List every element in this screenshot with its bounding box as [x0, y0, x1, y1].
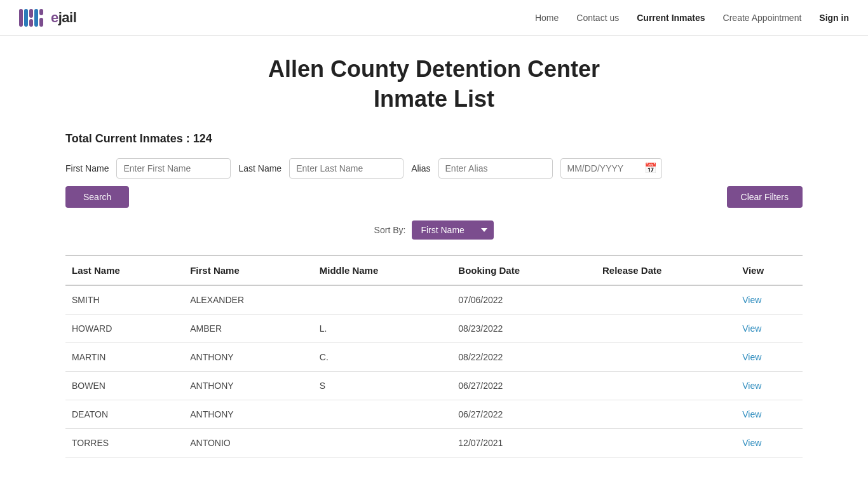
cell-middle-name: L.: [313, 314, 452, 342]
cell-last-name: HOWARD: [65, 314, 184, 342]
page-title: Allen County Detention Center Inmate Lis…: [65, 55, 803, 114]
cell-booking-date: 08/22/2022: [452, 342, 596, 371]
table-row: DEATON ANTHONY 06/27/2022 View: [65, 400, 803, 428]
cell-first-name: ANTHONY: [184, 342, 313, 371]
view-link[interactable]: View: [742, 381, 761, 391]
cell-last-name: SMITH: [65, 285, 184, 315]
cell-middle-name: C.: [313, 342, 452, 371]
svg-rect-6: [39, 18, 43, 27]
sort-by-label: Sort By:: [374, 225, 406, 235]
inmate-table: Last Name First Name Middle Name Booking…: [65, 255, 803, 458]
cell-view[interactable]: View: [736, 371, 803, 400]
button-row: Search Clear Filters: [65, 186, 803, 208]
date-input-wrap: 📅: [560, 158, 662, 179]
cell-last-name: TORRES: [65, 428, 184, 457]
col-last-name: Last Name: [65, 255, 184, 285]
cell-booking-date: 07/06/2022: [452, 285, 596, 315]
cell-view[interactable]: View: [736, 342, 803, 371]
cell-booking-date: 06/27/2022: [452, 400, 596, 428]
cell-release-date: [596, 285, 736, 315]
col-view: View: [736, 255, 803, 285]
svg-rect-0: [19, 9, 23, 27]
alias-label: Alias: [411, 163, 430, 173]
cell-booking-date: 08/23/2022: [452, 314, 596, 342]
col-middle-name: Middle Name: [313, 255, 452, 285]
cell-view[interactable]: View: [736, 400, 803, 428]
total-count: Total Current Inmates : 124: [65, 132, 803, 146]
cell-booking-date: 06/27/2022: [452, 371, 596, 400]
svg-rect-1: [24, 9, 28, 27]
view-link[interactable]: View: [742, 295, 761, 305]
last-name-label: Last Name: [238, 163, 281, 173]
table-row: TORRES ANTONIO 12/07/2021 View: [65, 428, 803, 457]
cell-booking-date: 12/07/2021: [452, 428, 596, 457]
nav-current-inmates[interactable]: Current Inmates: [637, 13, 705, 23]
cell-view[interactable]: View: [736, 428, 803, 457]
filter-row: First Name Last Name Alias 📅: [65, 158, 803, 179]
calendar-icon[interactable]: 📅: [644, 162, 657, 174]
cell-first-name: ALEXANDER: [184, 285, 313, 315]
cell-release-date: [596, 400, 736, 428]
nav-sign-in[interactable]: Sign in: [819, 13, 849, 23]
nav-home[interactable]: Home: [535, 13, 559, 23]
table-header: Last Name First Name Middle Name Booking…: [65, 255, 803, 285]
last-name-input[interactable]: [289, 158, 403, 179]
nav-create-appointment[interactable]: Create Appointment: [723, 13, 802, 23]
cell-release-date: [596, 428, 736, 457]
navbar: ejail Home Contact us Current Inmates Cr…: [0, 0, 868, 36]
cell-view[interactable]: View: [736, 314, 803, 342]
cell-view[interactable]: View: [736, 285, 803, 315]
sort-dropdown[interactable]: First Name Last Name Booking Date Releas…: [412, 220, 494, 240]
col-first-name: First Name: [184, 255, 313, 285]
cell-last-name: MARTIN: [65, 342, 184, 371]
clear-filters-button[interactable]: Clear Filters: [727, 186, 803, 208]
sort-row: Sort By: First Name Last Name Booking Da…: [65, 220, 803, 240]
view-link[interactable]: View: [742, 352, 761, 362]
cell-last-name: DEATON: [65, 400, 184, 428]
cell-first-name: AMBER: [184, 314, 313, 342]
first-name-label: First Name: [65, 163, 109, 173]
nav-contact[interactable]: Contact us: [576, 13, 619, 23]
cell-first-name: ANTONIO: [184, 428, 313, 457]
view-link[interactable]: View: [742, 409, 761, 419]
cell-middle-name: [313, 400, 452, 428]
col-release-date: Release Date: [596, 255, 736, 285]
table-row: MARTIN ANTHONY C. 08/22/2022 View: [65, 342, 803, 371]
first-name-input[interactable]: [116, 158, 231, 179]
cell-middle-name: S: [313, 371, 452, 400]
table-row: BOWEN ANTHONY S 06/27/2022 View: [65, 371, 803, 400]
svg-rect-4: [34, 9, 38, 27]
table-row: HOWARD AMBER L. 08/23/2022 View: [65, 314, 803, 342]
cell-first-name: ANTHONY: [184, 400, 313, 428]
table-body: SMITH ALEXANDER 07/06/2022 View HOWARD A…: [65, 285, 803, 458]
col-booking-date: Booking Date: [452, 255, 596, 285]
search-button[interactable]: Search: [65, 186, 129, 208]
cell-last-name: BOWEN: [65, 371, 184, 400]
cell-middle-name: [313, 285, 452, 315]
cell-middle-name: [313, 428, 452, 457]
cell-release-date: [596, 314, 736, 342]
logo-svg: [19, 6, 47, 29]
nav-links: Home Contact us Current Inmates Create A…: [535, 13, 849, 23]
cell-release-date: [596, 342, 736, 371]
main-content: Allen County Detention Center Inmate Lis…: [53, 36, 815, 488]
brand-name: ejail: [51, 10, 76, 26]
cell-first-name: ANTHONY: [184, 371, 313, 400]
table-row: SMITH ALEXANDER 07/06/2022 View: [65, 285, 803, 315]
svg-rect-5: [39, 9, 43, 15]
page-title-block: Allen County Detention Center Inmate Lis…: [65, 55, 803, 114]
brand-logo[interactable]: ejail: [19, 6, 76, 29]
view-link[interactable]: View: [742, 323, 761, 334]
svg-rect-3: [29, 19, 33, 27]
alias-input[interactable]: [438, 158, 553, 179]
cell-release-date: [596, 371, 736, 400]
svg-rect-2: [29, 9, 33, 18]
view-link[interactable]: View: [742, 438, 761, 448]
